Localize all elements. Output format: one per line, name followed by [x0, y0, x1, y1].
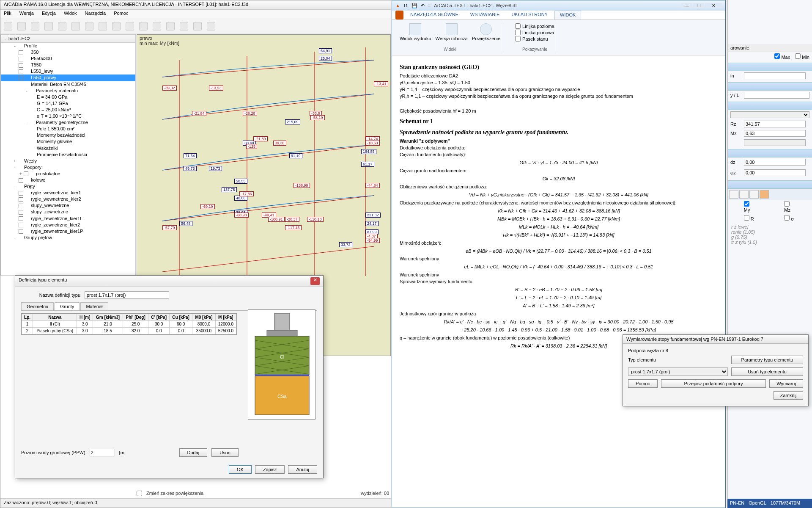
vrule-check[interactable]: Linijka pionowa — [515, 30, 554, 35]
tab-grunty[interactable]: Grunty — [55, 302, 80, 310]
ok-button[interactable]: OK — [229, 465, 252, 474]
undo-icon[interactable] — [153, 22, 161, 30]
zoom-range-check[interactable] — [137, 491, 142, 496]
zoom-button[interactable]: Powiększenie — [472, 23, 500, 41]
tool-icon[interactable] — [729, 190, 738, 199]
save-icon[interactable] — [31, 22, 39, 30]
draft-view-button[interactable]: Wersja robocza — [436, 23, 468, 41]
in-input[interactable] — [744, 72, 806, 79]
params-button[interactable]: Parametry typu elementu — [731, 356, 803, 364]
delete-button[interactable]: Usuń — [211, 448, 239, 457]
select-icon[interactable] — [71, 22, 80, 30]
delete-type-button[interactable]: Usuń typ elementu — [731, 367, 803, 376]
open-icon[interactable] — [17, 22, 26, 30]
tree-item[interactable]: Pole 1 550,00 cm² — [1, 126, 135, 132]
tree-item[interactable]: α T = 1,00 ×10⁻⁵ 1/°C — [1, 113, 135, 119]
grid-icon[interactable] — [58, 22, 66, 30]
min-icon[interactable]: — — [681, 3, 692, 8]
help-button[interactable]: Pomoc — [628, 379, 658, 388]
tool-icon[interactable] — [739, 190, 749, 199]
max-icon[interactable]: ☐ — [693, 3, 704, 8]
tree-item[interactable]: slupy_wewnetrzne — [1, 202, 135, 209]
phiz-input[interactable] — [744, 169, 806, 176]
close-icon[interactable]: ✕ — [310, 277, 320, 285]
calc-icon[interactable] — [193, 22, 202, 30]
menu-pomoc[interactable]: Pomoc — [114, 11, 128, 16]
menu-wersja[interactable]: Wersja — [19, 11, 34, 16]
delete-icon[interactable] — [139, 22, 148, 30]
tree-item[interactable]: Promienie bezwładności — [1, 152, 135, 158]
dz-input[interactable] — [744, 159, 806, 166]
menubar[interactable]: Plik Wersja Edycja Widok Narzędzia Pomoc — [0, 10, 391, 19]
panel-tab[interactable]: arowanie — [728, 44, 812, 52]
ribbon-layout[interactable]: UKŁAD STRONY — [506, 11, 553, 19]
tree-item[interactable]: -Pręty — [1, 183, 135, 190]
table-row[interactable]: 1Ił (Cl)3.021.025.030.060.08000.012000.0 — [22, 321, 236, 328]
rz-input[interactable] — [744, 121, 806, 127]
status-check[interactable]: Pasek stanu — [515, 36, 548, 41]
yl-input[interactable] — [744, 92, 809, 99]
tree-item[interactable]: L550_lewy — [1, 68, 135, 75]
tree-item[interactable]: C = 25,00 kN/m³ — [1, 107, 135, 113]
ribbon-home[interactable]: NARZĘDZIA GŁÓWNE — [405, 11, 464, 19]
ppw-input[interactable] — [90, 449, 115, 456]
ribbon-insert[interactable]: WSTAWIANIE — [465, 11, 505, 19]
qat-new-icon[interactable]: 🗋 — [403, 3, 408, 8]
tree-item[interactable]: -Parametry materiału — [1, 88, 135, 94]
tree-item[interactable]: kołowe — [1, 177, 135, 183]
menu-widok[interactable]: Widok — [64, 11, 77, 16]
tree-item[interactable]: rygle_wewnetrzne_kier2 — [1, 196, 135, 202]
tree-item[interactable]: -Parametry geometryczne — [1, 119, 135, 126]
sig-check[interactable] — [784, 215, 790, 221]
menu-narzedzia[interactable]: Narzędzia — [85, 11, 106, 16]
tree-item[interactable]: -Profile — [1, 43, 135, 49]
cut-icon[interactable] — [99, 22, 107, 30]
save-button[interactable]: Zapisz — [255, 465, 285, 474]
tree-item[interactable]: Wskaźniki — [1, 145, 135, 152]
view3d-icon[interactable] — [207, 22, 215, 30]
tree-item[interactable]: 350 — [1, 49, 135, 55]
redo-icon[interactable] — [166, 22, 175, 30]
tree-item[interactable]: G = 14,17 GPa — [1, 100, 135, 107]
tree-item[interactable]: T550 — [1, 62, 135, 68]
ribbon-view[interactable]: WIDOK — [554, 11, 581, 19]
node-icon[interactable] — [112, 22, 121, 30]
tree-item[interactable]: rygle_wewnetrzne_kier1 — [1, 190, 135, 196]
mz-input[interactable] — [744, 130, 806, 137]
tree-root[interactable]: -hala1-EC2 — [1, 35, 135, 43]
add-button[interactable]: Dodaj — [179, 448, 208, 457]
qat-undo-icon[interactable]: ↶ — [421, 3, 425, 8]
tree-item[interactable]: rygle_zewnetrzne_kier1P — [1, 228, 135, 235]
new-icon[interactable] — [4, 22, 12, 30]
filter-icon[interactable] — [180, 22, 188, 30]
soil-grid[interactable]: Lp.NazwaH [m]Gm [kN/m3]Phi' [Deg]C' [kPa… — [21, 313, 237, 335]
tree-item[interactable]: Momenty główne — [1, 138, 135, 145]
tool-icon[interactable] — [749, 190, 759, 199]
tree-item[interactable]: rygle_zewnetrzne_kier2 — [1, 222, 135, 228]
hrule-check[interactable]: Linijka pozioma — [515, 23, 554, 29]
max-check[interactable] — [774, 53, 780, 59]
tree-item[interactable]: Materiał: Beton EN C35/45 — [1, 81, 135, 88]
dimension-button[interactable]: Wymiaruj — [769, 379, 803, 388]
tree-item[interactable]: E = 34,00 GPa — [1, 94, 135, 100]
my-check[interactable] — [744, 201, 749, 207]
min-check[interactable] — [795, 53, 801, 59]
measure-icon[interactable] — [85, 22, 93, 30]
tree-item[interactable]: P550x300 — [1, 55, 135, 62]
tree-item[interactable]: -Grupy prętów — [1, 235, 135, 241]
menu-plik[interactable]: Plik — [4, 11, 11, 16]
tree-panel[interactable]: -hala1-EC2 -Profile350P550x300T550L550_l… — [0, 34, 136, 276]
copy-button[interactable]: Przepisz podatność podpory — [661, 379, 766, 388]
close-button[interactable]: Zamknij — [774, 391, 803, 400]
r-check[interactable] — [744, 215, 749, 221]
menu-edycja[interactable]: Edycja — [42, 11, 56, 16]
name-input[interactable] — [85, 291, 169, 299]
table-row[interactable]: 2Piasek gruby (CSa)3.018.532.00.00.03500… — [22, 328, 236, 334]
qat-save-icon[interactable]: 💾 — [411, 3, 417, 8]
tree-item[interactable]: +prostokątne — [1, 171, 135, 177]
print-view-button[interactable]: Widok wydruku — [400, 23, 431, 41]
ribbon-file[interactable] — [395, 11, 403, 19]
bar-icon[interactable] — [126, 22, 134, 30]
tab-material[interactable]: Materiał — [80, 302, 108, 310]
close-icon[interactable]: ✕ — [705, 3, 722, 8]
